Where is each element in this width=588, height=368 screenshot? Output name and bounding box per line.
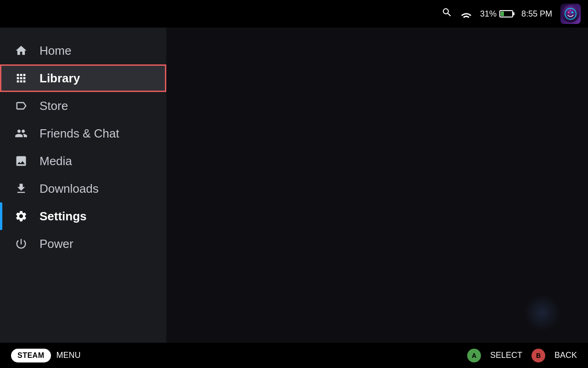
- avatar[interactable]: [560, 4, 581, 24]
- back-label: BACK: [554, 351, 577, 360]
- time-display: 8:55 PM: [521, 9, 552, 19]
- sidebar-item-power-label: Power: [40, 237, 74, 251]
- sidebar-item-media-label: Media: [40, 154, 72, 168]
- bottom-left: STEAM MENU: [11, 349, 81, 362]
- search-icon[interactable]: [441, 7, 452, 21]
- select-label: SELECT: [490, 351, 522, 360]
- battery-percent-text: 31%: [480, 9, 497, 19]
- svg-point-2: [568, 12, 570, 13]
- battery-indicator: 31%: [480, 9, 513, 19]
- sidebar: Home Library Store Friends & Chat: [0, 28, 166, 368]
- top-bar: 31% 8:55 PM: [0, 0, 588, 28]
- sidebar-item-library[interactable]: Library: [0, 64, 166, 92]
- home-icon: [14, 43, 28, 58]
- sidebar-item-store-label: Store: [40, 99, 68, 113]
- sidebar-item-library-label: Library: [40, 71, 80, 86]
- friends-icon: [14, 126, 28, 141]
- sidebar-item-store[interactable]: Store: [0, 92, 166, 120]
- downloads-icon: [14, 181, 28, 196]
- sidebar-item-downloads[interactable]: Downloads: [0, 175, 166, 202]
- store-icon: [14, 98, 28, 113]
- svg-point-3: [571, 12, 573, 13]
- power-icon: [14, 236, 28, 251]
- sidebar-item-friends[interactable]: Friends & Chat: [0, 120, 166, 147]
- main-content: [166, 28, 588, 368]
- a-button[interactable]: A: [467, 349, 481, 362]
- sidebar-item-settings-label: Settings: [40, 209, 87, 224]
- bottom-bar: STEAM MENU A SELECT B BACK: [0, 343, 588, 368]
- settings-icon: [14, 209, 28, 224]
- sidebar-item-downloads-label: Downloads: [40, 182, 99, 196]
- sidebar-item-settings[interactable]: Settings: [0, 202, 166, 230]
- library-icon: [14, 71, 28, 86]
- bottom-right: A SELECT B BACK: [467, 349, 577, 362]
- steam-button[interactable]: STEAM: [11, 349, 51, 362]
- sidebar-item-home[interactable]: Home: [0, 37, 166, 64]
- background-glow: [524, 294, 560, 331]
- sidebar-item-media[interactable]: Media: [0, 147, 166, 175]
- media-icon: [14, 154, 28, 168]
- battery-icon: [499, 10, 513, 17]
- svg-point-0: [562, 5, 579, 23]
- sidebar-item-home-label: Home: [40, 44, 71, 58]
- sidebar-item-power[interactable]: Power: [0, 230, 166, 258]
- b-button[interactable]: B: [531, 349, 545, 362]
- sidebar-item-friends-label: Friends & Chat: [40, 126, 119, 141]
- broadcast-icon[interactable]: [461, 7, 472, 21]
- menu-label: MENU: [57, 351, 81, 360]
